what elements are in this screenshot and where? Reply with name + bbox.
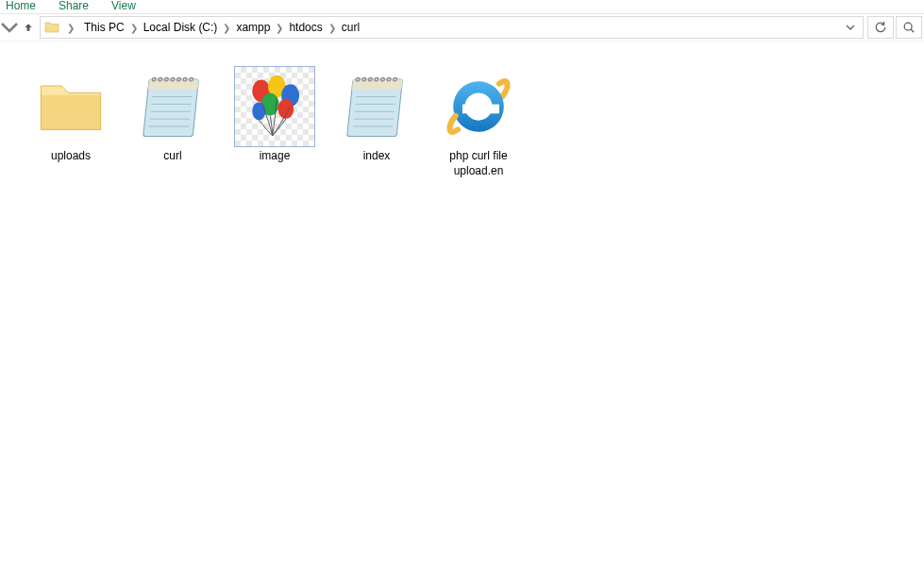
- file-item-label: curl: [163, 149, 181, 164]
- address-dropdown-icon[interactable]: [842, 23, 859, 32]
- file-item-label: uploads: [51, 149, 91, 164]
- chevron-right-icon: ❯: [325, 23, 340, 33]
- file-item-image[interactable]: image: [225, 62, 325, 182]
- breadcrumb-segment[interactable]: Local Disk (C:): [142, 19, 220, 36]
- up-button[interactable]: [19, 14, 38, 41]
- ribbon-tabs: Home Share View: [0, 0, 924, 13]
- file-list: uploads curl: [0, 42, 924, 182]
- notepad-icon: [132, 66, 213, 147]
- breadcrumb-segment[interactable]: curl: [340, 19, 361, 36]
- svg-point-20: [278, 99, 294, 119]
- ribbon-tab-home[interactable]: Home: [6, 0, 36, 12]
- folder-icon: [30, 66, 111, 147]
- address-bar[interactable]: ❯ This PC ❯ Local Disk (C:) ❯ xampp ❯ ht…: [40, 16, 864, 39]
- chevron-right-icon: ❯: [63, 23, 78, 33]
- breadcrumb-segment[interactable]: xampp: [234, 19, 272, 36]
- svg-rect-36: [462, 105, 499, 114]
- history-dropdown-icon[interactable]: [0, 14, 19, 41]
- address-bar-row: ❯ This PC ❯ Local Disk (C:) ❯ xampp ❯ ht…: [0, 13, 924, 42]
- breadcrumb-segment[interactable]: This PC: [82, 19, 126, 36]
- file-item-html[interactable]: php curl file upload.en: [428, 62, 529, 182]
- ribbon-tab-view[interactable]: View: [111, 0, 136, 12]
- chevron-right-icon: ❯: [219, 23, 234, 33]
- file-item-folder[interactable]: uploads: [21, 62, 121, 182]
- internet-explorer-icon: [438, 66, 519, 147]
- chevron-right-icon: ❯: [272, 23, 287, 33]
- svg-point-0: [904, 23, 912, 30]
- folder-icon: [44, 20, 59, 35]
- refresh-button[interactable]: [867, 16, 894, 39]
- image-thumbnail-icon: [234, 66, 315, 147]
- search-button[interactable]: [896, 16, 922, 39]
- breadcrumb: This PC ❯ Local Disk (C:) ❯ xampp ❯ htdo…: [82, 19, 838, 36]
- file-item-text[interactable]: index: [327, 62, 427, 182]
- file-item-text[interactable]: curl: [123, 62, 223, 182]
- ribbon-tab-share[interactable]: Share: [59, 0, 89, 12]
- file-item-label: php curl file upload.en: [432, 149, 525, 178]
- file-item-label: index: [363, 149, 391, 164]
- notepad-icon: [336, 66, 417, 147]
- svg-line-1: [911, 29, 914, 32]
- svg-point-21: [252, 102, 265, 120]
- chevron-right-icon: ❯: [126, 23, 142, 33]
- breadcrumb-segment[interactable]: htdocs: [287, 19, 324, 36]
- file-item-label: image: [260, 149, 291, 164]
